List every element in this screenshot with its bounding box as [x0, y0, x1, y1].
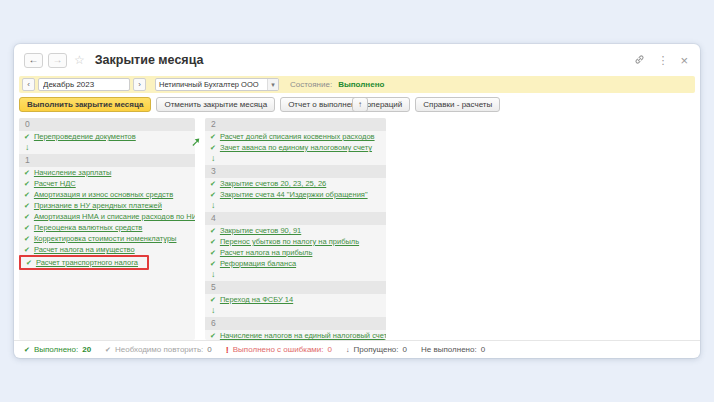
operations-report-button[interactable]: Отчет о выполнении операций — [280, 97, 410, 112]
dropdown-icon[interactable]: ▾ — [267, 79, 278, 90]
check-icon: ✔ — [210, 296, 216, 304]
check-icon: ✔ — [24, 191, 30, 199]
check-repeat-icon: ✔ — [105, 346, 111, 354]
operation-group: 4 ✔ Закрытие счетов 90, 91 ✔ Перенос убы… — [205, 212, 386, 281]
operation-link[interactable]: Перенос убытков по налогу на прибыль — [220, 237, 359, 246]
operation-link[interactable]: Зачет аванса по единому налоговому счету — [220, 143, 372, 152]
check-icon: ✔ — [210, 133, 216, 141]
operation-item: ✔ Расчет НДС — [19, 178, 195, 189]
operation-item: ✔ Закрытие счетов 90, 91 — [205, 225, 386, 236]
check-edit-icon: ✔ — [24, 180, 30, 188]
operation-link[interactable]: Начисление налогов на единый налоговый с… — [220, 331, 386, 340]
operation-link[interactable]: Расчет НДС — [34, 179, 76, 188]
close-icon[interactable]: × — [680, 55, 688, 66]
error-icon: ! — [226, 346, 229, 354]
status-value: 0 — [328, 345, 332, 354]
actions-toolbar: Выполнить закрытие месяца Отменить закры… — [19, 97, 695, 113]
operation-link[interactable]: Расчет налога на имущество — [34, 245, 135, 254]
operation-link[interactable]: Реформация баланса — [220, 259, 296, 268]
status-value: 0 — [403, 345, 407, 354]
operations-column-left: 0 ✔ Перепроведение документов ↓ 1 ✔ Начи… — [19, 118, 195, 340]
operation-link[interactable]: Амортизация и износ основных средств — [34, 190, 173, 199]
status-value: 0 — [481, 345, 485, 354]
check-icon: ✔ — [26, 259, 32, 267]
organization-select[interactable]: Нетипичный Бухгалтер ООО ▾ — [155, 78, 279, 91]
cancel-closing-button[interactable]: Отменить закрытие месяца — [156, 97, 275, 112]
check-icon: ✔ — [24, 235, 30, 243]
check-icon: ✔ — [24, 224, 30, 232]
operation-item: ✔ Зачет аванса по единому налоговому сче… — [205, 142, 386, 153]
collapse-button[interactable]: ↑ — [352, 97, 368, 112]
operations-area: 0 ✔ Перепроведение документов ↓ 1 ✔ Начи… — [19, 118, 695, 340]
organization-value: Нетипичный Бухгалтер ООО — [156, 80, 267, 89]
operation-link[interactable]: Закрытие счетов 90, 91 — [220, 226, 301, 235]
group-number: 3 — [205, 165, 386, 178]
skip-arrow-icon: ↓ — [346, 346, 350, 354]
check-icon: ✔ — [210, 227, 216, 235]
operation-link[interactable]: Перепроведение документов — [34, 132, 136, 141]
operation-group: 0 ✔ Перепроведение документов ↓ — [19, 118, 195, 154]
operation-link[interactable]: Амортизация НМА и списание расходов по Н… — [34, 212, 195, 221]
operation-link[interactable]: Корректировка стоимости номенклатуры — [34, 234, 177, 243]
title-bar: ← → ☆ Закрытие месяца ⋮ × — [14, 44, 700, 72]
status-label: Выполнено с ошибками: — [233, 345, 324, 354]
status-item: ↓ Пропущено: 0 — [346, 345, 407, 354]
operation-group: 1 ✔ Начисление зарплаты ✔ Расчет НДС ✔ А… — [19, 154, 195, 270]
group-number: 1 — [19, 154, 195, 167]
down-arrow-icon: ↓ — [205, 305, 386, 317]
period-input[interactable] — [38, 78, 130, 91]
page-title: Закрытие месяца — [95, 53, 204, 67]
check-icon: ✔ — [210, 144, 216, 152]
window-controls: ⋮ × — [634, 54, 688, 67]
operation-link[interactable]: Расчет долей списания косвенных расходов — [220, 132, 375, 141]
operation-item: ✔ Признание в НУ арендных платежей — [19, 200, 195, 211]
operation-item: ✔ Начисление зарплаты — [19, 167, 195, 178]
operation-item: ✔ Расчет налога на прибыль — [205, 247, 386, 258]
status-value: 0 — [207, 345, 211, 354]
run-closing-button[interactable]: Выполнить закрытие месяца — [19, 97, 151, 112]
operation-item: ✔ Переход на ФСБУ 14 — [205, 294, 386, 305]
operation-item: ✔ Переоценка валютных средств — [19, 222, 195, 233]
operation-group: 3 ✔ Закрытие счетов 20, 23, 25, 26 ✔ Зак… — [205, 165, 386, 212]
operation-link[interactable]: Расчет транспортного налога — [36, 258, 138, 267]
favorite-star-icon[interactable]: ☆ — [74, 53, 85, 67]
operation-item: ✔ Расчет налога на имущество — [19, 244, 195, 255]
operation-link[interactable]: Переоценка валютных средств — [34, 223, 142, 232]
operation-link[interactable]: Начисление зарплаты — [34, 168, 111, 177]
down-arrow-icon: ↓ — [205, 200, 386, 212]
month-closing-window: ← → ☆ Закрытие месяца ⋮ × ‹ › Нетипичный… — [14, 44, 700, 358]
operation-link[interactable]: Переход на ФСБУ 14 — [220, 295, 293, 304]
group-number: 2 — [205, 118, 386, 131]
operation-item: ✔ Корректировка стоимости номенклатуры — [19, 233, 195, 244]
next-period-button[interactable]: › — [133, 78, 146, 91]
check-icon: ✔ — [24, 213, 30, 221]
operation-item: ✔ Закрытие счета 44 "Издержки обращения" — [205, 189, 386, 200]
operation-group: 6 ✔ Начисление налогов на единый налогов… — [205, 317, 386, 340]
get-link-icon[interactable] — [634, 54, 645, 67]
down-arrow-icon: ↓ — [205, 153, 386, 165]
check-edit-icon: ✔ — [24, 169, 30, 177]
references-calculations-button[interactable]: Справки - расчеты — [415, 97, 500, 112]
operations-column-right: 2 ✔ Расчет долей списания косвенных расх… — [205, 118, 386, 340]
operation-group: 5 ✔ Переход на ФСБУ 14 ↓ — [205, 281, 386, 317]
check-icon: ✔ — [210, 332, 216, 340]
down-arrow-icon: ↓ — [19, 142, 195, 154]
operation-link[interactable]: Расчет налога на прибыль — [220, 248, 313, 257]
operation-link[interactable]: Закрытие счетов 20, 23, 25, 26 — [220, 179, 326, 188]
check-icon: ✔ — [210, 191, 216, 199]
back-button[interactable]: ← — [24, 53, 43, 68]
check-icon: ✔ — [210, 260, 216, 268]
status-value: 20 — [82, 345, 91, 354]
operation-link[interactable]: Признание в НУ арендных платежей — [34, 201, 162, 210]
operation-item: ✔ Реформация баланса — [205, 258, 386, 269]
down-arrow-icon: ↓ — [205, 269, 386, 281]
operation-link[interactable]: Закрытие счета 44 "Издержки обращения" — [220, 190, 368, 199]
forward-button[interactable]: → — [48, 53, 67, 68]
status-item: Не выполнено: 0 — [421, 345, 485, 354]
prev-period-button[interactable]: ‹ — [22, 78, 35, 91]
status-item: ✔ Необходимо повторить: 0 — [105, 345, 212, 354]
status-label: Необходимо повторить: — [115, 345, 203, 354]
more-menu-icon[interactable]: ⋮ — [657, 55, 668, 66]
state-label: Состояние: — [290, 80, 332, 89]
check-icon: ✔ — [210, 238, 216, 246]
